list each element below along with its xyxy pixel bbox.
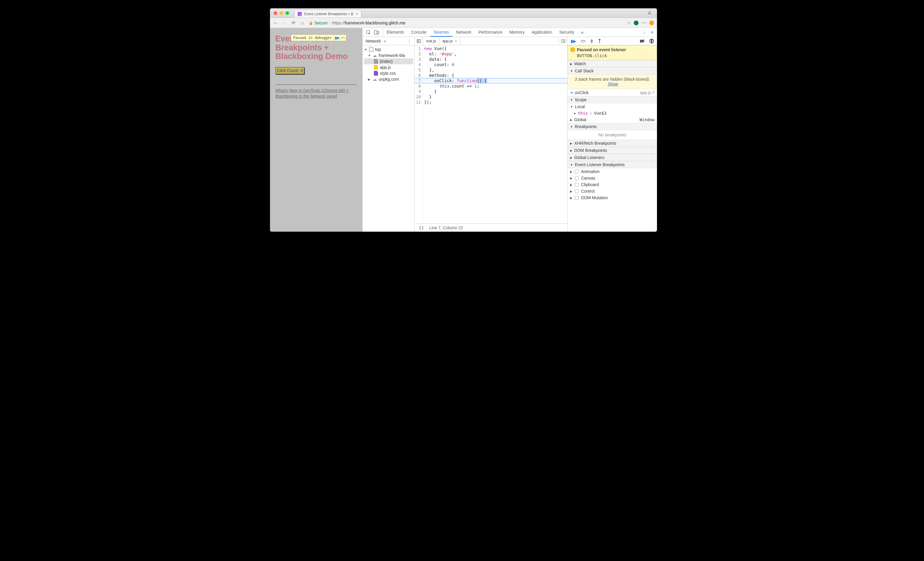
scope-local[interactable]: ▼Local [568,104,657,110]
tree-domain[interactable]: ▼☁framework-bla [364,52,413,58]
tab-performance[interactable]: Performance [475,28,506,37]
toolbar-right-icons: ☆ ••• [627,20,654,26]
close-window-button[interactable] [274,11,277,15]
pause-on-exceptions-icon[interactable]: ❚❚ [649,39,654,44]
scope-value: Window [639,117,655,122]
navigator-panel-tab[interactable]: Network [366,39,381,44]
checkbox[interactable] [575,196,579,200]
toggle-debugger-icon[interactable] [558,37,567,45]
elb-item[interactable]: ▶Control [568,188,657,195]
tab-elements[interactable]: Elements [383,28,408,37]
tab-console[interactable]: Console [408,28,430,37]
devtools-close-icon[interactable]: × [651,30,653,35]
bookmark-star-icon[interactable]: ☆ [627,20,631,26]
extension-icon-3[interactable] [649,21,654,25]
svg-rect-3 [374,31,377,34]
checkbox[interactable] [575,176,579,180]
section-label: Call Stack [575,69,594,73]
section-watch[interactable]: ▶Watch [568,60,657,67]
code-editor[interactable]: 1234567891011 new Vue({ el: '#app', data… [415,45,567,224]
secure-badge[interactable]: 🔒 Secure [309,21,327,25]
editor-tab-label: app.js [442,39,453,43]
section-event-listener-breakpoints[interactable]: ▼Event Listener Breakpoints [568,161,657,168]
checkbox[interactable] [575,189,579,193]
deactivate-breakpoints-icon[interactable] [640,39,645,44]
paused-badge-step-icon[interactable] [340,35,346,41]
resume-icon[interactable]: ▮▶ [571,39,576,44]
tab-sources[interactable]: Sources [430,28,453,37]
click-count-button[interactable]: Click Count: 4 [275,67,304,74]
paused-detail: BUTTON.click [570,53,654,58]
pretty-print-icon[interactable]: {} [419,225,424,230]
profile-avatar-icon[interactable] [646,10,653,16]
section-dom-breakpoints[interactable]: ▶DOM Breakpoints [568,147,657,154]
line-gutter[interactable]: 1234567891011 [415,45,423,224]
tree-label: top [375,47,381,52]
toggle-navigator-icon[interactable] [415,37,423,45]
device-toolbar-icon[interactable] [374,30,379,35]
blackbox-note: 3 stack frames are hidden (black-boxed).… [568,75,657,89]
section-breakpoints[interactable]: ▼Breakpoints [568,123,657,130]
source-editor: vue.js app.js× 1234567891011 [415,37,568,232]
inspect-element-icon[interactable] [366,30,371,35]
editor-tab-close-icon[interactable]: × [455,39,457,43]
tab-close-icon[interactable]: × [356,12,358,16]
tree-top-frame[interactable]: ▼top [364,46,413,52]
zoom-window-button[interactable] [285,11,289,15]
section-callstack[interactable]: ▼Call Stack [568,67,657,75]
home-button[interactable]: ⌂ [300,20,305,25]
tree-file-stylecss[interactable]: style.css [364,70,413,76]
devtools-menu-icon[interactable]: ⋮ [642,30,646,35]
scope-global[interactable]: ▶GlobalWindow [568,116,657,123]
elb-item[interactable]: ▶Canvas [568,175,657,182]
browser-tab-title: Event Listener Breakpoints + B [304,12,353,16]
checkbox[interactable] [575,183,579,187]
browser-tab[interactable]: Event Listener Breakpoints + B × [294,10,362,18]
editor-tab-vuejs[interactable]: vue.js [423,37,440,45]
navigator-menu-icon[interactable]: ⋮ [405,39,413,44]
section-label: Watch [574,62,586,66]
elb-item[interactable]: ▶DOM Mutation [568,195,657,201]
stack-frame[interactable]: ➔ onClick app.js:7 [568,89,657,96]
browser-window: Event Listener Breakpoints + B × ← → ⟳ ⌂… [270,8,657,232]
step-out-icon[interactable] [598,39,602,44]
elb-label: Animation [581,169,600,174]
tabs-overflow-icon[interactable]: » [578,28,586,37]
paused-badge-resume-icon[interactable]: ▮▶ [334,35,340,41]
tree-file-index[interactable]: (index) [364,58,413,64]
scope-this[interactable]: ▶this: Vue$3 [568,110,657,116]
section-xhr-breakpoints[interactable]: ▶XHR/fetch Breakpoints [568,140,657,147]
tree-cdn[interactable]: ▶☁unpkg.com [364,76,413,82]
stack-frame-location[interactable]: app.js:7 [640,90,655,95]
navigator-overflow-icon[interactable]: » [384,39,386,44]
url-host: framework-blackboxing.glitch.me [345,21,405,25]
address-bar[interactable]: 🔒 Secure | https://framework-blackboxing… [309,21,623,25]
blackbox-show-link[interactable]: Show [608,82,618,86]
tab-application[interactable]: Application [528,28,556,37]
extension-icon-1[interactable] [634,21,639,25]
step-into-icon[interactable] [590,39,594,44]
reference-link[interactable]: What's New In DevTools (Chrome 66) > Bla… [275,88,349,99]
elb-item[interactable]: ▶Animation [568,168,657,175]
elb-item[interactable]: ▶Clipboard [568,182,657,188]
blackbox-note-text: 3 stack frames are hidden (black-boxed). [574,77,650,82]
tab-network[interactable]: Network [453,28,475,37]
frame-icon [369,47,373,52]
section-label: DOM Breakpoints [574,148,607,153]
devtools-panel: Elements Console Sources Network Perform… [362,28,657,232]
tab-security[interactable]: Security [556,28,578,37]
checkbox[interactable] [575,170,579,174]
tree-label: framework-bla [379,53,405,58]
extension-icon-2[interactable]: ••• [642,20,646,25]
svg-line-14 [640,39,645,43]
tree-file-appjs[interactable]: app.js [364,64,413,70]
section-global-listeners[interactable]: ▶Global Listeners [568,154,657,161]
back-button[interactable]: ← [273,20,278,25]
section-scope[interactable]: ▼Scope [568,96,657,104]
step-over-icon[interactable] [580,39,586,43]
reload-button[interactable]: ⟳ [291,20,296,26]
tab-memory[interactable]: Memory [506,28,528,37]
editor-tab-appjs[interactable]: app.js× [440,37,460,45]
code-content[interactable]: new Vue({ el: '#app', data: { count: 0 }… [423,45,567,224]
minimize-window-button[interactable] [279,11,283,15]
